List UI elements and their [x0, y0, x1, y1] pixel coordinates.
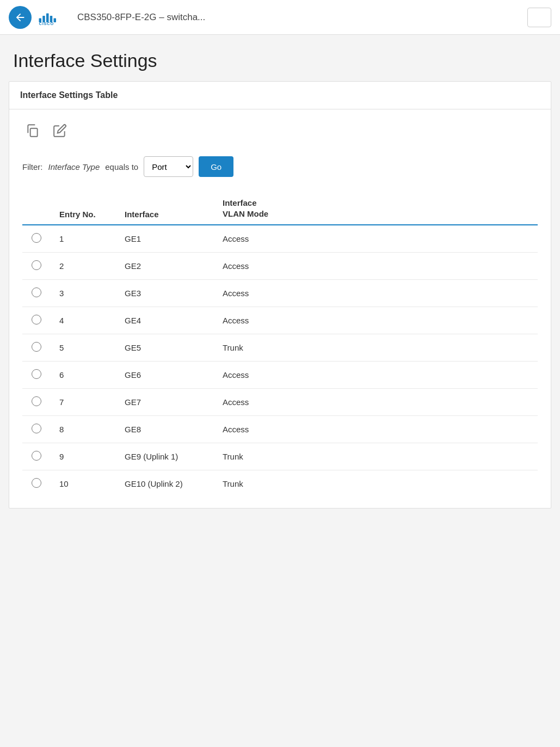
interface-settings-card: Interface Settings Table Filter: Interfa… — [9, 81, 551, 509]
table-cell-vlan-mode: Access — [214, 389, 538, 416]
col-header-select — [22, 192, 51, 225]
copy-icon — [26, 124, 40, 138]
table-cell-select — [22, 416, 51, 443]
table-cell-interface: GE10 (Uplink 2) — [116, 470, 214, 498]
table-cell-interface: GE2 — [116, 253, 214, 280]
table-cell-entry: 10 — [51, 470, 116, 498]
table-cell-interface: GE4 — [116, 307, 214, 334]
table-row: 10GE10 (Uplink 2)Trunk — [22, 470, 538, 498]
svg-text:CISCO: CISCO — [39, 21, 54, 26]
table-cell-vlan-mode: Access — [214, 307, 538, 334]
table-cell-interface: GE8 — [116, 416, 214, 443]
table-cell-entry: 8 — [51, 416, 116, 443]
col-header-vlan-mode: Interface VLAN Mode — [214, 192, 538, 225]
edit-icon — [53, 124, 67, 138]
table-cell-select — [22, 334, 51, 362]
cisco-logo: CISCO — [38, 9, 71, 26]
table-cell-entry: 3 — [51, 280, 116, 307]
table-cell-select — [22, 307, 51, 334]
table-row: 4GE4Access — [22, 307, 538, 334]
toolbar — [22, 120, 538, 141]
copy-button[interactable] — [22, 120, 43, 141]
table-cell-interface: GE5 — [116, 334, 214, 362]
table-row: 8GE8Access — [22, 416, 538, 443]
table-cell-select — [22, 362, 51, 389]
table-cell-vlan-mode: Access — [214, 416, 538, 443]
table-row: 7GE7Access — [22, 389, 538, 416]
table-cell-vlan-mode: Access — [214, 280, 538, 307]
filter-equals-label: equals to — [105, 162, 138, 172]
table-cell-select — [22, 389, 51, 416]
table-cell-select — [22, 253, 51, 280]
row-radio-1[interactable] — [32, 233, 41, 243]
card-header: Interface Settings Table — [9, 82, 551, 109]
page-title-area: Interface Settings — [0, 35, 560, 81]
col-header-interface: Interface — [116, 192, 214, 225]
table-row: 3GE3Access — [22, 280, 538, 307]
table-row: 5GE5Trunk — [22, 334, 538, 362]
table-row: 9GE9 (Uplink 1)Trunk — [22, 443, 538, 470]
table-cell-entry: 6 — [51, 362, 116, 389]
table-cell-entry: 2 — [51, 253, 116, 280]
table-cell-select — [22, 225, 51, 253]
cisco-logo-svg: CISCO — [38, 9, 71, 26]
interface-settings-table: Entry No. Interface Interface VLAN Mode … — [22, 192, 538, 497]
table-cell-entry: 7 — [51, 389, 116, 416]
table-cell-entry: 1 — [51, 225, 116, 253]
header-search-box[interactable] — [527, 8, 551, 27]
row-radio-10[interactable] — [32, 478, 41, 488]
row-radio-3[interactable] — [32, 287, 41, 297]
table-cell-entry: 9 — [51, 443, 116, 470]
table-cell-entry: 4 — [51, 307, 116, 334]
row-radio-4[interactable] — [32, 315, 41, 324]
table-cell-select — [22, 470, 51, 498]
row-radio-9[interactable] — [32, 451, 41, 461]
row-radio-7[interactable] — [32, 396, 41, 406]
edit-button[interactable] — [50, 120, 70, 141]
row-radio-8[interactable] — [32, 424, 41, 433]
svg-rect-4 — [54, 18, 57, 22]
table-row: 1GE1Access — [22, 225, 538, 253]
table-cell-interface: GE9 (Uplink 1) — [116, 443, 214, 470]
table-cell-select — [22, 280, 51, 307]
table-header-row: Entry No. Interface Interface VLAN Mode — [22, 192, 538, 225]
table-cell-entry: 5 — [51, 334, 116, 362]
table-cell-vlan-mode: Access — [214, 253, 538, 280]
svg-rect-6 — [30, 128, 38, 137]
go-button[interactable]: Go — [199, 156, 233, 177]
filter-type-select[interactable]: Port LAG — [144, 156, 193, 177]
back-button[interactable] — [9, 6, 32, 29]
filter-type-label: Interface Type — [48, 162, 100, 172]
table-cell-vlan-mode: Access — [214, 362, 538, 389]
row-radio-6[interactable] — [32, 369, 41, 379]
header: CISCO CBS350-8FP-E-2G – switcha... — [0, 0, 560, 35]
table-cell-interface: GE7 — [116, 389, 214, 416]
table-row: 6GE6Access — [22, 362, 538, 389]
header-title: CBS350-8FP-E-2G – switcha... — [77, 12, 521, 23]
table-cell-interface: GE6 — [116, 362, 214, 389]
table-cell-vlan-mode: Trunk — [214, 443, 538, 470]
row-radio-2[interactable] — [32, 260, 41, 270]
table-cell-vlan-mode: Access — [214, 225, 538, 253]
table-cell-interface: GE3 — [116, 280, 214, 307]
col-header-entry-no: Entry No. — [51, 192, 116, 225]
table-cell-vlan-mode: Trunk — [214, 470, 538, 498]
card-body: Filter: Interface Type equals to Port LA… — [9, 109, 551, 508]
filter-row: Filter: Interface Type equals to Port LA… — [22, 156, 538, 177]
page-title: Interface Settings — [13, 50, 547, 71]
table-cell-select — [22, 443, 51, 470]
table-cell-vlan-mode: Trunk — [214, 334, 538, 362]
row-radio-5[interactable] — [32, 342, 41, 352]
filter-label: Filter: — [22, 162, 43, 172]
back-icon — [14, 11, 26, 23]
table-body: 1GE1Access2GE2Access3GE3Access4GE4Access… — [22, 225, 538, 497]
table-container: Entry No. Interface Interface VLAN Mode … — [22, 192, 538, 497]
table-cell-interface: GE1 — [116, 225, 214, 253]
table-row: 2GE2Access — [22, 253, 538, 280]
